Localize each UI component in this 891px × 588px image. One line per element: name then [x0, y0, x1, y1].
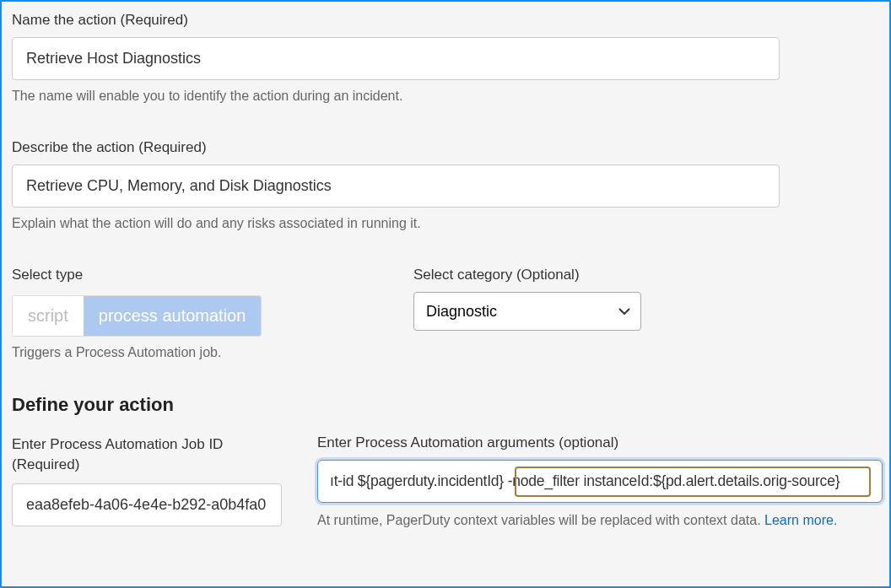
type-script-button[interactable]: script	[13, 296, 84, 336]
type-process-automation-button[interactable]: process automation	[84, 296, 262, 336]
describe-helper: Explain what the action will do and any …	[12, 216, 879, 231]
type-toggle-group: script process automation	[12, 295, 262, 337]
args-section: Enter Process Automation arguments (opti…	[317, 434, 883, 528]
learn-more-link[interactable]: Learn more	[764, 513, 834, 527]
args-helper: At runtime, PagerDuty context variables …	[317, 513, 883, 528]
describe-label: Describe the action (Required)	[12, 139, 879, 156]
name-input[interactable]	[12, 37, 780, 80]
name-label: Name the action (Required)	[12, 12, 879, 29]
describe-section: Describe the action (Required) Explain w…	[12, 139, 879, 231]
job-id-section: Enter Process Automation Job ID (Require…	[12, 434, 282, 528]
args-helper-text: At runtime, PagerDuty context variables …	[317, 513, 764, 527]
job-id-label: Enter Process Automation Job ID (Require…	[12, 434, 282, 475]
name-helper: The name will enable you to identify the…	[12, 89, 879, 104]
type-section: Select type script process automation Tr…	[12, 267, 413, 360]
args-helper-period: .	[834, 513, 837, 527]
type-label: Select type	[12, 267, 413, 283]
args-input[interactable]	[317, 460, 883, 503]
category-select[interactable]: Diagnostic	[413, 292, 641, 331]
define-action-section: Define your action Enter Process Automat…	[12, 394, 879, 528]
define-heading: Define your action	[12, 394, 879, 416]
describe-input[interactable]	[12, 165, 780, 208]
job-id-input[interactable]	[12, 483, 282, 526]
type-category-row: Select type script process automation Tr…	[12, 267, 879, 360]
type-helper: Triggers a Process Automation job.	[12, 345, 413, 360]
category-label: Select category (Optional)	[413, 267, 879, 283]
category-section: Select category (Optional) Diagnostic	[413, 267, 879, 360]
name-section: Name the action (Required) The name will…	[12, 12, 879, 104]
args-label: Enter Process Automation arguments (opti…	[317, 434, 883, 451]
